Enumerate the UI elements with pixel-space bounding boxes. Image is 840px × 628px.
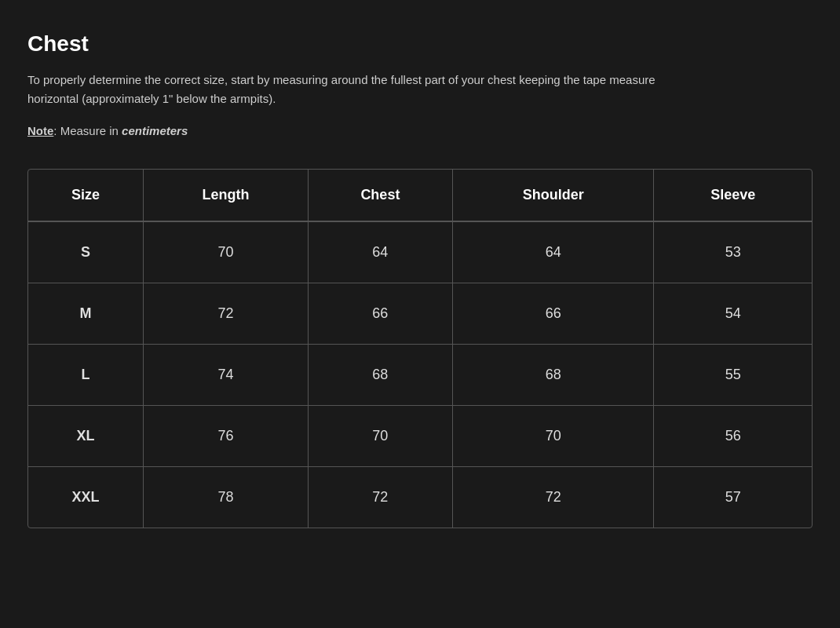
col-header-length: Length (143, 170, 308, 221)
note-unit: centimeters (122, 124, 188, 137)
col-header-size: Size (28, 170, 143, 221)
note-line: Note: Measure in centimeters (27, 124, 813, 137)
table-row: XL76707056 (28, 406, 812, 467)
cell-sleeve: 57 (654, 467, 812, 528)
cell-size: L (28, 345, 143, 406)
table-row: S70646453 (28, 221, 812, 283)
cell-chest: 68 (308, 345, 452, 406)
size-table: Size Length Chest Shoulder Sleeve S70646… (28, 170, 812, 528)
cell-chest: 72 (308, 467, 452, 528)
cell-sleeve: 54 (654, 283, 812, 345)
cell-size: S (28, 221, 143, 283)
table-row: XXL78727257 (28, 467, 812, 528)
cell-chest: 64 (308, 221, 452, 283)
col-header-chest: Chest (308, 170, 452, 221)
cell-sleeve: 56 (654, 406, 812, 467)
table-header-row: Size Length Chest Shoulder Sleeve (28, 170, 812, 221)
description-text: To properly determine the correct size, … (27, 71, 671, 108)
page-title: Chest (27, 31, 813, 57)
col-header-shoulder: Shoulder (452, 170, 654, 221)
cell-shoulder: 68 (452, 345, 654, 406)
cell-size: M (28, 283, 143, 345)
cell-length: 78 (143, 467, 308, 528)
cell-shoulder: 66 (452, 283, 654, 345)
cell-chest: 70 (308, 406, 452, 467)
cell-shoulder: 64 (452, 221, 654, 283)
cell-length: 76 (143, 406, 308, 467)
cell-length: 70 (143, 221, 308, 283)
table-row: M72666654 (28, 283, 812, 345)
cell-size: XL (28, 406, 143, 467)
note-label: Note (27, 124, 53, 137)
cell-shoulder: 72 (452, 467, 654, 528)
cell-size: XXL (28, 467, 143, 528)
cell-sleeve: 55 (654, 345, 812, 406)
note-colon: : Measure in (53, 124, 122, 137)
size-table-wrapper: Size Length Chest Shoulder Sleeve S70646… (27, 169, 813, 528)
cell-shoulder: 70 (452, 406, 654, 467)
cell-length: 72 (143, 283, 308, 345)
cell-sleeve: 53 (654, 221, 812, 283)
cell-chest: 66 (308, 283, 452, 345)
col-header-sleeve: Sleeve (654, 170, 812, 221)
table-row: L74686855 (28, 345, 812, 406)
cell-length: 74 (143, 345, 308, 406)
